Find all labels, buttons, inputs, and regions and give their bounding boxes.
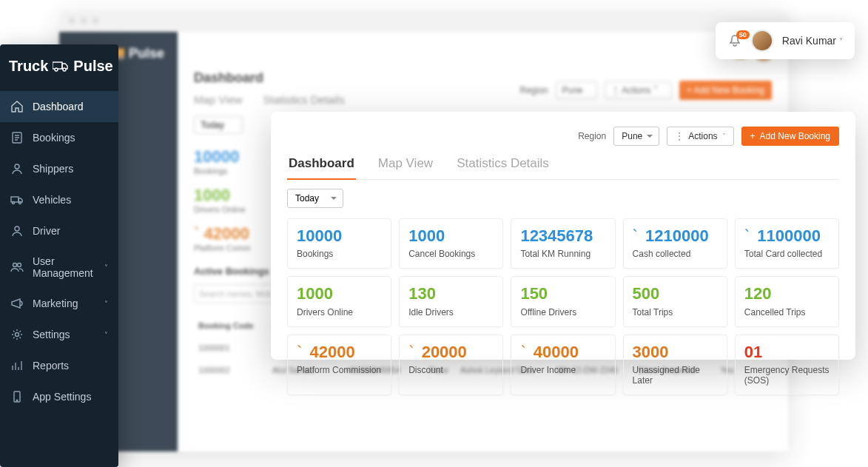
- tab-statistics-details[interactable]: Statistics Details: [455, 156, 551, 179]
- sidebar-item-settings[interactable]: Settings ˅: [0, 319, 118, 350]
- users-icon: [10, 261, 24, 274]
- stat-card: 1000Cancel Bookings: [399, 218, 503, 269]
- stat-card: ` 42000Platform Commission: [287, 335, 391, 395]
- avatar: [751, 30, 773, 52]
- stat-card: 3000Unassigned Ride Later: [623, 335, 727, 395]
- stat-card-label: Drivers Online: [297, 307, 382, 318]
- truck-small-icon: [10, 193, 24, 206]
- stat-cards-grid: 10000Bookings1000Cancel Bookings12345678…: [287, 218, 839, 395]
- stat-card-label: Emergency Requests (SOS): [744, 365, 830, 386]
- svg-rect-5: [11, 197, 18, 202]
- sidebar-item-marketing[interactable]: Marketing ˅: [0, 288, 118, 319]
- sidebar: Truck Pulse Dashboard Bookings Shippers …: [0, 44, 118, 467]
- svg-point-13: [16, 400, 18, 401]
- bg-add-booking-button: + Add New Booking: [679, 81, 772, 100]
- sidebar-item-driver[interactable]: Driver: [0, 215, 118, 246]
- svg-point-10: [18, 263, 21, 267]
- sidebar-item-shippers[interactable]: Shippers: [0, 153, 118, 184]
- stat-card-value: ` 1210000: [633, 226, 718, 246]
- stat-card: ` 1210000Cash collected: [623, 218, 727, 269]
- bg-tab: Statistics Details: [263, 93, 345, 106]
- window-dot: [92, 17, 99, 24]
- stat-card-label: Cash collected: [633, 249, 718, 259]
- bg-table-cell: 1000001: [195, 337, 268, 358]
- bg-card-value: 1000: [194, 186, 246, 205]
- sidebar-item-app-settings[interactable]: App Settings: [0, 381, 118, 412]
- svg-point-1: [55, 68, 58, 71]
- sidebar-item-label: Reports: [33, 360, 69, 372]
- stat-card-label: Total Trips: [633, 307, 718, 318]
- stat-card-value: 500: [633, 284, 718, 303]
- notifications-button[interactable]: 50: [727, 33, 742, 48]
- chevron-down-icon: ˅: [839, 37, 843, 45]
- stat-card: ` 40000Driver Income: [511, 335, 615, 395]
- chevron-down-icon: ˅: [104, 331, 108, 339]
- panel-tabs: Dashboard Map View Statistics Details: [287, 156, 839, 180]
- user-icon: [10, 162, 24, 175]
- region-select[interactable]: Pune: [613, 127, 659, 146]
- sidebar-item-vehicles[interactable]: Vehicles: [0, 184, 118, 215]
- gear-icon: [10, 328, 24, 341]
- user-menu[interactable]: 50 Ravi Kumar ˅: [716, 22, 855, 59]
- stat-card-value: ` 20000: [408, 343, 494, 362]
- stat-card-value: 120: [744, 284, 830, 303]
- home-icon: [10, 100, 24, 113]
- tab-dashboard[interactable]: Dashboard: [287, 156, 356, 180]
- dashboard-panel: Region Pune ⋮ Actions ˅ + Add New Bookin…: [271, 112, 855, 360]
- plus-icon: +: [750, 131, 756, 141]
- truck-icon: [53, 61, 69, 73]
- svg-point-4: [15, 164, 19, 169]
- chart-icon: [10, 359, 24, 372]
- bg-period-select: Today: [194, 116, 243, 134]
- sidebar-item-reports[interactable]: Reports: [0, 350, 118, 381]
- stat-card-label: Driver Income: [520, 365, 605, 375]
- add-new-booking-button[interactable]: + Add New Booking: [741, 127, 839, 146]
- sidebar-item-bookings[interactable]: Bookings: [0, 122, 118, 153]
- period-select[interactable]: Today: [287, 189, 343, 208]
- bg-card-label: Platform Comm: [194, 243, 250, 252]
- stat-card-value: ` 1100000: [744, 226, 830, 246]
- stat-card-value: 12345678: [520, 226, 605, 246]
- brand-suffix: Pulse: [73, 58, 112, 75]
- bg-region-select: Pune: [556, 81, 597, 99]
- stat-card-label: Total KM Running: [520, 249, 605, 259]
- clipboard-icon: [10, 131, 24, 144]
- stat-card-value: 01: [744, 343, 830, 362]
- svg-point-7: [19, 202, 21, 204]
- stat-card-label: Platform Commission: [297, 365, 382, 375]
- phone-icon: [10, 390, 24, 403]
- sidebar-item-label: Settings: [33, 329, 70, 340]
- sidebar-item-label: Bookings: [33, 132, 75, 144]
- svg-rect-0: [53, 62, 62, 69]
- stat-card: 120Cancelled Trips: [735, 276, 839, 326]
- region-label: Region: [578, 131, 606, 141]
- stat-card-value: ` 40000: [520, 343, 605, 362]
- stat-card: ` 20000Discount: [399, 335, 503, 395]
- bg-tab: Map View: [194, 93, 243, 106]
- stat-card-label: Bookings: [297, 249, 382, 259]
- stat-card-value: 10000: [297, 226, 382, 246]
- dots-icon: ⋮: [675, 131, 684, 141]
- sidebar-item-label: Dashboard: [33, 101, 84, 112]
- stat-card: 500Total Trips: [623, 276, 727, 326]
- sidebar-item-label: User Management: [33, 255, 95, 279]
- actions-dropdown[interactable]: ⋮ Actions ˅: [667, 127, 733, 146]
- tab-map-view[interactable]: Map View: [377, 156, 434, 179]
- stat-card: 10000Bookings: [287, 218, 391, 269]
- bg-table-header: Booking Code: [195, 315, 268, 336]
- sidebar-item-label: Shippers: [33, 163, 73, 175]
- chevron-down-icon: ˅: [104, 300, 108, 308]
- sidebar-item-label: Driver: [33, 225, 60, 237]
- megaphone-icon: [10, 297, 24, 310]
- bg-titlebar: [59, 11, 788, 32]
- stat-card-label: Idle Drivers: [408, 307, 494, 318]
- sidebar-item-dashboard[interactable]: Dashboard: [0, 91, 118, 122]
- user-name: Ravi Kumar ˅: [782, 35, 843, 47]
- sidebar-item-user-management[interactable]: User Management ˅: [0, 246, 118, 288]
- stat-card-value: ` 42000: [297, 343, 382, 362]
- window-dot: [68, 17, 75, 24]
- stat-card: 1000Drivers Online: [287, 276, 391, 326]
- stat-card-value: 150: [520, 284, 605, 303]
- bg-table-cell: 1000002: [195, 360, 268, 380]
- stat-card-label: Cancelled Trips: [744, 307, 830, 318]
